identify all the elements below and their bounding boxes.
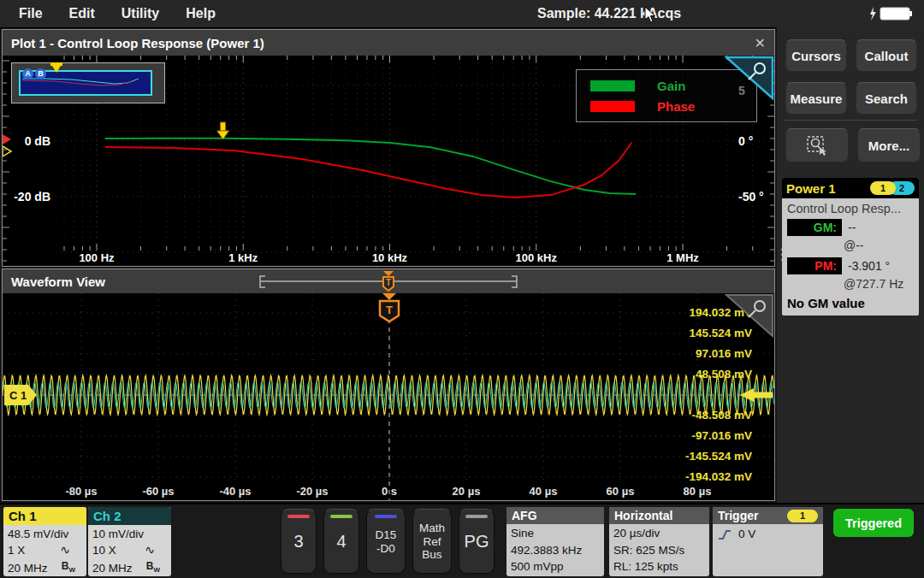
waveform-area[interactable]: TC 1194.032 mV145.524 mV97.016 mV48.508 … — [3, 293, 774, 500]
channel-probe-row: 1 X∿ — [8, 542, 82, 558]
plot-overview-marker[interactable] — [50, 62, 63, 74]
time-tick-label: 80 µs — [684, 485, 712, 498]
sidebar-divider — [784, 120, 917, 121]
power-card-subtitle: Control Loop Resp... — [787, 202, 914, 215]
menu-item-utility[interactable]: Utility — [116, 6, 181, 21]
afg-badge[interactable]: AFG Sine 492.3883 kHz 500 mVpp — [506, 507, 604, 576]
channel-bandwidth-row: 20 MHzBW — [8, 558, 82, 576]
horizontal-scale: 20 µs/div — [613, 525, 705, 542]
curve-phase[interactable] — [105, 143, 631, 198]
time-tick-label: -80 µs — [65, 485, 97, 498]
voltage-tick-label: -194.032 mV — [685, 470, 752, 483]
digital-d15-d0-button[interactable]: D15-D0 — [366, 509, 406, 574]
button-label: 4 — [324, 532, 358, 551]
ac-coupling-icon: ∿ — [145, 542, 155, 558]
waveform-panel: Waveform View T TC 1194.032 mV145.524 mV… — [2, 268, 775, 501]
channel-badge-body: 10 mV/div10 X∿20 MHzBW — [88, 525, 171, 576]
trigger-position-flag-icon[interactable]: T — [380, 293, 399, 321]
button-label: 3 — [281, 532, 316, 551]
battery-icon — [880, 6, 914, 21]
gain-marker-icon[interactable] — [217, 122, 229, 139]
pg-button[interactable]: PG — [459, 509, 495, 574]
channel-badge-body: 48.5 mV/div1 X∿20 MHzBW — [3, 525, 86, 576]
close-icon[interactable]: ✕ — [755, 35, 766, 51]
right-sidebar: CursorsCalloutMeasureSearch More... ⋮ Po… — [777, 27, 924, 503]
channel-bandwidth: 20 MHz — [8, 560, 48, 576]
button-label: MathRefBus — [413, 522, 451, 562]
channel-3-button[interactable]: 3 — [281, 509, 317, 574]
menu-item-file[interactable]: File — [14, 6, 64, 21]
button-label: PG — [459, 532, 494, 551]
channel-color-stripe — [330, 515, 352, 518]
cursors-button[interactable]: Cursors — [785, 39, 847, 72]
menu-item-help[interactable]: Help — [181, 6, 237, 21]
trigger-source-pill: 1 — [787, 510, 818, 522]
power-source-tab-1[interactable]: 1 — [870, 181, 896, 195]
channel-color-stripe — [465, 515, 488, 518]
more-button[interactable]: More... — [857, 128, 921, 162]
time-tick-label: 60 µs — [607, 485, 635, 498]
legend-row-gain: Gain — [590, 79, 743, 93]
slider-trigger-arrow-icon — [383, 271, 394, 276]
svg-text:T: T — [386, 278, 391, 287]
callout-button[interactable]: Callout — [856, 39, 917, 72]
bottom-bar: Ch 148.5 mV/div1 X∿20 MHzBWCh 210 mV/div… — [0, 503, 924, 578]
waveform-svg: TC 1194.032 mV145.524 mV97.016 mV48.508 … — [3, 293, 774, 500]
plot-panel: Plot 1 - Control Loop Response (Power 1)… — [2, 29, 775, 267]
overview-badge-b: B — [35, 68, 46, 80]
time-tick-label: -40 µs — [219, 485, 251, 498]
channel-4-button[interactable]: 4 — [323, 509, 359, 574]
voltage-tick-label: -145.524 mV — [685, 450, 752, 463]
pm-label: PM: — [787, 257, 842, 274]
gain-ref-marker-icon[interactable] — [3, 134, 11, 144]
channel-badge-ch1[interactable]: Ch 148.5 mV/div1 X∿20 MHzBW — [3, 507, 86, 576]
channel-badge-ch2[interactable]: Ch 210 mV/div10 X∿20 MHzBW — [88, 507, 171, 576]
power-card-footer: No GM value — [787, 296, 914, 310]
channel-attenuation: 1 X — [8, 542, 25, 558]
bode-plot-area[interactable]: 0 dB-20 dB50 °-50 °100 Hz1 kHz10 kHz100 … — [3, 56, 774, 266]
voltage-tick-label: -48.508 mV — [691, 409, 752, 422]
trigger-status-badge: Triggered — [833, 509, 914, 537]
time-tick-label: 20 µs — [453, 485, 481, 498]
ac-coupling-icon: ∿ — [60, 542, 70, 558]
waveform-zoom-corner-icon[interactable] — [725, 293, 774, 339]
waveform-panel-header: Waveform View T — [3, 269, 774, 293]
zoom-select-icon — [806, 135, 828, 156]
plot-overview-thumbnail[interactable]: AB — [11, 62, 165, 103]
phase-axis-label: -50 ° — [738, 190, 764, 203]
search-button[interactable]: Search — [856, 82, 917, 115]
battery-indicator — [868, 6, 914, 21]
frequency-tick-label: 100 kHz — [516, 251, 558, 264]
plot-zoom-corner-icon[interactable] — [725, 56, 774, 102]
pan-zoom-slider[interactable]: T — [258, 270, 523, 292]
horizontal-badge[interactable]: Horizontal 20 µs/div SR: 625 MS/s RL: 12… — [609, 507, 709, 576]
afg-badge-title: AFG — [506, 507, 604, 524]
zoom-select-button[interactable] — [785, 128, 849, 162]
channel-bandwidth: 20 MHz — [92, 560, 133, 576]
legend-label-phase: Phase — [657, 99, 695, 114]
svg-text:C 1: C 1 — [9, 389, 27, 402]
plot-panel-header[interactable]: Plot 1 - Control Loop Response (Power 1)… — [3, 30, 774, 56]
horizontal-sample-rate: SR: 625 MS/s — [613, 542, 705, 559]
legend-row-phase: Phase — [590, 99, 743, 114]
gm-label: GM: — [787, 219, 842, 236]
math-ref-bus-button[interactable]: MathRefBus — [412, 509, 452, 574]
power-measurement-card[interactable]: Power 1 12 Control Loop Resp... GM: -- @… — [782, 178, 919, 316]
rising-edge-icon — [718, 528, 732, 540]
trigger-badge[interactable]: Trigger 1 0 V — [713, 507, 823, 576]
menu-item-edit[interactable]: Edit — [64, 6, 116, 21]
measure-button[interactable]: Measure — [785, 82, 847, 115]
legend-swatch-phase — [590, 101, 635, 112]
bandwidth-limit-icon: BW — [146, 558, 160, 576]
frequency-tick-label: 1 kHz — [228, 251, 258, 264]
phase-axis-label: 0 ° — [738, 134, 753, 148]
channel-badge-title: Ch 2 — [88, 507, 171, 525]
mouse-cursor — [643, 6, 657, 23]
afg-frequency: 492.3883 kHz — [511, 542, 600, 559]
time-tick-label: -20 µs — [296, 485, 328, 498]
power-card-body: Control Loop Resp... GM: -- @-- PM: -3.9… — [782, 198, 919, 316]
voltage-tick-label: -97.016 mV — [691, 429, 752, 442]
afg-waveform-type: Sine — [511, 525, 600, 542]
svg-text:T: T — [386, 304, 393, 316]
phase-ref-marker-icon[interactable] — [3, 146, 11, 156]
